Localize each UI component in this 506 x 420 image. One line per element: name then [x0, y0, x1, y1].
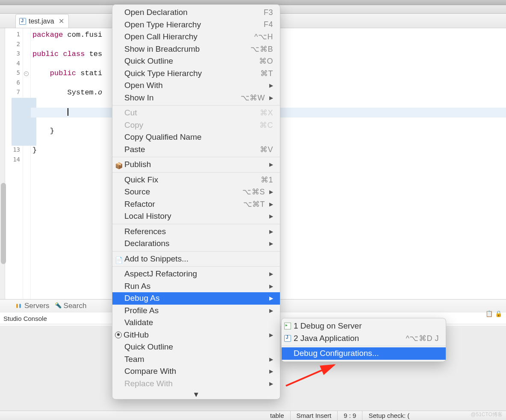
close-icon[interactable]: ✕: [59, 17, 64, 25]
menu-shortcut: ⌥⌘B: [250, 44, 273, 54]
menu-item-label: References: [124, 227, 265, 236]
menu-shortcut: ⌘1: [261, 175, 273, 185]
menu-item-label: Open Call Hierarchy: [124, 32, 254, 41]
line-number: 13: [5, 146, 23, 156]
submenu-arrow-icon: ▶: [269, 308, 273, 314]
menu-shortcut: ⌘X: [260, 108, 273, 117]
vertical-scrollbar[interactable]: [1, 183, 6, 264]
submenu-arrow-icon: ▶: [269, 295, 273, 301]
context-menu-item: Copy⌘C: [112, 119, 280, 132]
menu-separator: [112, 266, 280, 267]
menu-item-label: Compare With: [124, 367, 265, 376]
context-menu-item[interactable]: Quick Outline⌘O: [112, 55, 280, 68]
menu-item-label: Run As: [124, 282, 265, 291]
menu-item-label: Quick Outline: [124, 56, 259, 66]
menu-separator: [282, 346, 446, 346]
context-menu-item[interactable]: References▶: [112, 226, 280, 238]
context-menu-item[interactable]: Declarations▶: [112, 238, 280, 250]
context-menu-item[interactable]: Local History▶: [112, 210, 280, 223]
debug-submenu-item[interactable]: Debug Configurations...: [282, 347, 446, 360]
context-menu-item[interactable]: Debug As▶: [112, 292, 280, 305]
context-menu-item[interactable]: Show In⌥⌘W▶: [112, 92, 280, 104]
menu-separator: [112, 105, 280, 106]
search-tab[interactable]: Search: [56, 302, 87, 310]
submenu-arrow-icon: ▶: [269, 241, 273, 247]
menu-item-label: GitHub: [124, 330, 265, 340]
menu-item-label: Validate: [124, 318, 273, 327]
menu-item-label: Quick Fix: [124, 175, 261, 185]
menu-item-label: 2 Java Application: [294, 334, 406, 343]
editor-tab[interactable]: test.java ✕: [15, 14, 69, 28]
menu-item-label: Quick Outline: [124, 342, 273, 352]
context-menu-item[interactable]: Run As▶: [112, 280, 280, 293]
menu-separator: [112, 251, 280, 252]
debug-submenu-item[interactable]: 1 Debug on Server: [282, 320, 446, 332]
menu-item-label: Show In: [124, 93, 241, 103]
submenu-arrow-icon: ▶: [269, 213, 273, 219]
line-number: 5: [5, 69, 23, 79]
menu-overflow-indicator-icon[interactable]: ▼: [112, 390, 280, 397]
context-menu-item[interactable]: Publish▶: [112, 159, 280, 171]
pin-icon[interactable]: 📋: [485, 310, 492, 317]
context-menu-item[interactable]: Open DeclarationF3: [112, 6, 280, 19]
context-menu-item[interactable]: Team▶: [112, 353, 280, 366]
menu-item-label: Open Declaration: [124, 8, 264, 17]
context-menu-item[interactable]: GitHub▶: [112, 329, 280, 341]
menu-item-label: Quick Type Hierarchy: [124, 69, 260, 78]
context-menu-item[interactable]: Copy Qualified Name: [112, 131, 280, 144]
servers-tab[interactable]: Servers: [16, 302, 50, 310]
menu-shortcut: ^⌥H: [254, 32, 273, 41]
submenu-arrow-icon: ▶: [269, 189, 273, 195]
context-menu-item[interactable]: Source⌥⌘S▶: [112, 186, 280, 198]
left-ruler: [0, 28, 5, 299]
submenu-arrow-icon: ▶: [269, 229, 273, 235]
menu-item-label: Declarations: [124, 239, 265, 248]
fold-toggle-icon[interactable]: [24, 71, 29, 76]
java-file-icon: [19, 18, 26, 25]
menu-item-label: Copy Qualified Name: [124, 132, 273, 142]
lock-icon[interactable]: 🔒: [495, 310, 502, 317]
flashlight-icon: [56, 303, 62, 309]
menu-item-label: Local History: [124, 211, 265, 221]
context-menu-item[interactable]: Refactor⌥⌘T▶: [112, 198, 280, 211]
submenu-arrow-icon: ▶: [269, 368, 273, 374]
context-menu-item[interactable]: Open With▶: [112, 79, 280, 92]
menu-item-label: Team: [124, 355, 265, 364]
snippets-icon: [115, 255, 123, 263]
menu-shortcut: ⌘O: [259, 56, 273, 66]
status-writable: table: [264, 411, 291, 420]
context-menu-item[interactable]: Quick Type Hierarchy⌘T: [112, 68, 280, 80]
watermark: @51CTO博客: [471, 411, 503, 418]
context-menu-item[interactable]: Add to Snippets...: [112, 253, 280, 265]
debug-as-submenu[interactable]: 1 Debug on Server2 Java Application^⌥⌘D …: [281, 318, 446, 362]
servers-icon: [16, 303, 22, 309]
submenu-arrow-icon: ▶: [269, 162, 273, 167]
context-menu-item[interactable]: Show in Breadcrumb⌥⌘B: [112, 43, 280, 56]
debug-submenu-item[interactable]: 2 Java Application^⌥⌘D J: [282, 332, 446, 345]
context-menu-item[interactable]: Open Type HierarchyF4: [112, 19, 280, 31]
context-menu-item[interactable]: Profile As▶: [112, 305, 280, 317]
context-menu-item: Cut⌘X: [112, 107, 280, 119]
menu-shortcut: F4: [264, 20, 273, 29]
context-menu-item[interactable]: Open Call Hierarchy^⌥H: [112, 31, 280, 43]
menu-separator: [112, 157, 280, 157]
submenu-arrow-icon: ▶: [269, 95, 273, 101]
context-menu-item[interactable]: Quick Fix⌘1: [112, 174, 280, 186]
menu-item-label: Source: [124, 187, 242, 197]
line-number: 7: [5, 88, 23, 98]
context-menu-item[interactable]: Validate: [112, 317, 280, 329]
menu-item-label: Replace With: [124, 379, 265, 388]
context-menu-item[interactable]: Paste⌘V: [112, 144, 280, 156]
server-icon: [284, 323, 291, 329]
submenu-arrow-icon: ▶: [269, 271, 273, 277]
context-menu[interactable]: Open DeclarationF3Open Type HierarchyF4O…: [112, 4, 280, 399]
menu-item-label: Publish: [124, 160, 265, 169]
menu-item-label: Debug Configurations...: [294, 349, 439, 358]
line-number: 14: [5, 156, 23, 166]
context-menu-item[interactable]: Compare With▶: [112, 365, 280, 378]
menu-item-label: 1 Debug on Server: [294, 321, 439, 331]
context-menu-item[interactable]: AspectJ Refactoring▶: [112, 268, 280, 280]
context-menu-item[interactable]: Quick Outline: [112, 341, 280, 353]
java-icon: [284, 335, 291, 342]
line-number: 3: [5, 50, 23, 60]
